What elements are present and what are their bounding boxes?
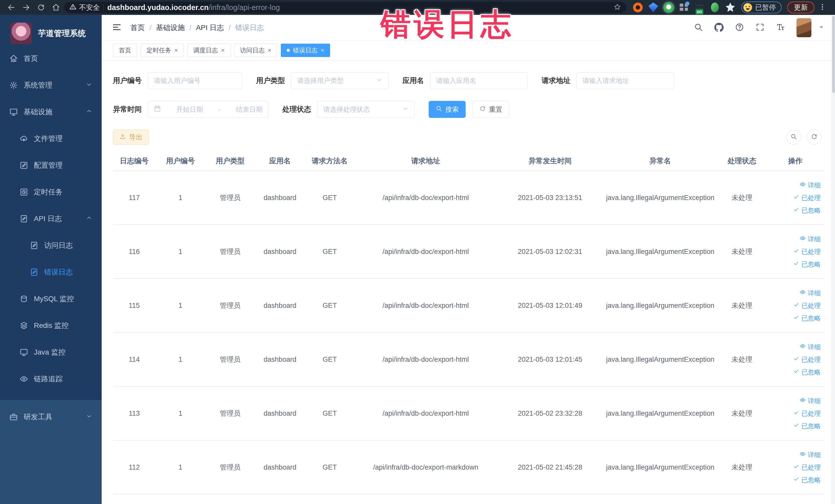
breadcrumb-item[interactable]: 基础设施 bbox=[156, 23, 185, 33]
ext-leaf-icon[interactable] bbox=[710, 3, 720, 12]
tab-label: 错误日志 bbox=[293, 46, 318, 55]
refresh-table-button[interactable] bbox=[807, 130, 822, 144]
check-icon bbox=[793, 476, 799, 484]
action-已处理[interactable]: 已处理 bbox=[793, 247, 821, 256]
sidebar-item-文件管理[interactable]: 文件管理 bbox=[0, 125, 102, 152]
action-详细[interactable]: 详细 bbox=[799, 235, 821, 243]
column-header: 处理状态 bbox=[717, 151, 767, 171]
action-详细[interactable]: 详细 bbox=[799, 397, 821, 405]
user-id-input[interactable]: 请输入用户编号 bbox=[148, 72, 242, 89]
table-cell: 2021-05-02 21:45:28 bbox=[497, 440, 603, 494]
chevron-up-icon bbox=[86, 108, 93, 116]
home-icon[interactable] bbox=[49, 2, 63, 13]
action-已处理[interactable]: 已处理 bbox=[793, 301, 821, 310]
breadcrumb-item[interactable]: 首页 bbox=[130, 23, 145, 33]
sidebar-item-研发工具[interactable]: 研发工具 bbox=[0, 404, 102, 430]
reset-button[interactable]: 重置 bbox=[472, 101, 509, 118]
sidebar-item-错误日志[interactable]: 错误日志 bbox=[0, 259, 102, 285]
close-tab-icon[interactable]: × bbox=[174, 47, 178, 54]
field-process-status: 处理状态 请选择处理状态 bbox=[282, 101, 415, 118]
action-已处理[interactable]: 已处理 bbox=[793, 194, 821, 202]
action-详细[interactable]: 详细 bbox=[799, 343, 821, 351]
ext-on-icon[interactable] bbox=[695, 3, 704, 12]
toggle-search-button[interactable] bbox=[786, 130, 801, 144]
sidebar-item-链路追踪[interactable]: 链路追踪 bbox=[0, 366, 102, 392]
ext-green-icon[interactable] bbox=[664, 3, 674, 12]
ext-pin-icon[interactable] bbox=[726, 3, 735, 12]
breadcrumb-item[interactable]: API 日志 bbox=[196, 23, 224, 33]
action-已忽略[interactable]: 已忽略 bbox=[793, 422, 821, 430]
scrollbar[interactable] bbox=[831, 15, 835, 504]
ext-grid-icon[interactable] bbox=[679, 3, 689, 12]
exception-time-range-picker[interactable]: 开始日期 - 结束日期 bbox=[148, 101, 268, 118]
collapse-sidebar-icon[interactable] bbox=[112, 22, 122, 33]
sidebar-item-访问日志[interactable]: 访问日志 bbox=[0, 232, 102, 259]
logo-row[interactable]: 芋道管理系统 bbox=[0, 15, 102, 45]
action-label: 已忽略 bbox=[801, 476, 821, 484]
github-icon[interactable] bbox=[714, 23, 724, 33]
check-icon bbox=[793, 194, 799, 202]
ext-blue-icon[interactable] bbox=[648, 3, 658, 12]
help-icon[interactable] bbox=[735, 23, 744, 33]
tab-访问日志[interactable]: 访问日志× bbox=[234, 44, 277, 57]
reload-icon[interactable] bbox=[34, 2, 48, 13]
action-已处理[interactable]: 已处理 bbox=[793, 409, 821, 418]
sidebar-item-系统管理[interactable]: 系统管理 bbox=[0, 72, 102, 99]
sidebar-item-Java-监控[interactable]: Java 监控 bbox=[0, 339, 102, 366]
tab-调度日志[interactable]: 调度日志× bbox=[187, 44, 230, 57]
request-url-input[interactable]: 请输入请求地址 bbox=[576, 72, 674, 89]
action-已忽略[interactable]: 已忽略 bbox=[793, 368, 821, 377]
back-icon[interactable] bbox=[5, 2, 18, 13]
export-button[interactable]: 导出 bbox=[113, 130, 149, 144]
close-tab-icon[interactable]: × bbox=[321, 47, 324, 54]
search-icon[interactable] bbox=[694, 23, 703, 33]
sidebar-item-Redis-监控[interactable]: Redis 监控 bbox=[0, 312, 102, 339]
app-name-input[interactable]: 请输入应用名 bbox=[430, 72, 528, 89]
action-已忽略[interactable]: 已忽略 bbox=[793, 314, 821, 322]
action-已处理[interactable]: 已处理 bbox=[793, 355, 821, 364]
tab-定时任务[interactable]: 定时任务× bbox=[141, 44, 184, 57]
action-已忽略[interactable]: 已忽略 bbox=[793, 476, 821, 484]
close-tab-icon[interactable]: × bbox=[268, 47, 271, 54]
sidebar-item-API-日志[interactable]: API 日志 bbox=[0, 205, 102, 232]
bookmark-star-icon[interactable] bbox=[613, 3, 621, 12]
sidebar-item-基础设施[interactable]: 基础设施 bbox=[0, 99, 102, 125]
action-已忽略[interactable]: 已忽略 bbox=[793, 260, 821, 268]
sidebar-item-定时任务[interactable]: 定时任务 bbox=[0, 179, 102, 205]
column-header: 用户类型 bbox=[205, 151, 255, 171]
fullscreen-icon[interactable] bbox=[755, 23, 765, 33]
tab-错误日志[interactable]: 错误日志× bbox=[281, 44, 330, 57]
profile-chip[interactable]: 已暂停 bbox=[741, 2, 781, 13]
forward-icon[interactable] bbox=[20, 2, 33, 13]
action-详细[interactable]: 详细 bbox=[799, 181, 821, 189]
user-type-select[interactable]: 请选择用户类型 bbox=[291, 72, 389, 89]
action-label: 已忽略 bbox=[801, 206, 821, 215]
sidebar-item-MySQL-监控[interactable]: MySQL 监控 bbox=[0, 285, 102, 312]
table-cell: /api/infra/db-doc/export-html bbox=[354, 225, 497, 279]
table-row: 1121管理员dashboardGET/api/infra/db-doc/exp… bbox=[113, 440, 824, 494]
action-详细[interactable]: 详细 bbox=[799, 289, 821, 297]
table-cell: /api/infra/db-doc/export-html bbox=[354, 332, 497, 386]
action-已忽略[interactable]: 已忽略 bbox=[793, 206, 821, 215]
search-button[interactable]: 搜索 bbox=[429, 101, 466, 118]
sidebar-item-label: 访问日志 bbox=[44, 241, 73, 250]
browser-menu-icon[interactable] bbox=[819, 3, 826, 12]
address-bar[interactable]: 不安全 dashboard.yudao.iocoder.cn/infra/log… bbox=[64, 2, 626, 13]
font-size-icon[interactable] bbox=[776, 23, 785, 33]
process-status-select[interactable]: 请选择处理状态 bbox=[317, 101, 415, 118]
update-button[interactable]: 更新 bbox=[787, 2, 814, 13]
security-chip[interactable]: 不安全 bbox=[69, 3, 100, 12]
table-cell: 117 bbox=[113, 171, 156, 225]
table-cell: 未处理 bbox=[717, 332, 767, 386]
tab-首页[interactable]: 首页 bbox=[113, 44, 137, 57]
action-详细[interactable]: 详细 bbox=[799, 450, 821, 459]
user-avatar[interactable] bbox=[796, 18, 811, 37]
scrollbar-thumb[interactable] bbox=[832, 16, 835, 93]
sidebar-item-首页[interactable]: 首页 bbox=[0, 45, 102, 72]
close-tab-icon[interactable]: × bbox=[221, 47, 225, 54]
caret-down-icon[interactable] bbox=[818, 24, 825, 32]
action-已处理[interactable]: 已处理 bbox=[793, 463, 821, 472]
ext-orange-icon[interactable] bbox=[633, 3, 643, 12]
sidebar-item-配置管理[interactable]: 配置管理 bbox=[0, 152, 102, 179]
monitor-icon bbox=[9, 107, 18, 116]
